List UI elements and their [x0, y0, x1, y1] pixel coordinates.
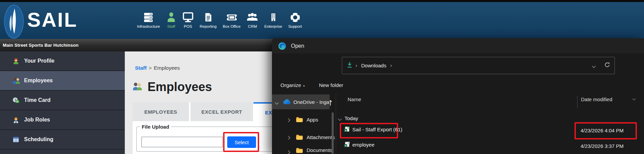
servers-icon [143, 11, 154, 24]
tree-item-label: Apps [307, 117, 318, 123]
organize-button[interactable]: Organize▾ [280, 82, 305, 88]
tab-excel-export[interactable]: EXCEL EXPORT [191, 102, 253, 121]
sail-logo-icon[interactable] [4, 5, 24, 40]
nav-label: Reporting [200, 24, 217, 28]
file-path-input[interactable] [141, 137, 223, 147]
file-date-modified[interactable]: 4/23/2026 4:04 PM [581, 128, 624, 133]
sidebar-item-job-roles[interactable]: Job Roles [0, 110, 125, 130]
nav-label: POS [184, 24, 192, 28]
column-header-date-modified[interactable]: Date modified [581, 96, 612, 102]
breadcrumb-separator: > [149, 65, 152, 71]
file-name: Sail - Staff Export (61) [352, 127, 402, 132]
sidebar-item-time-card[interactable]: Time Card [0, 91, 125, 110]
folder-icon [296, 134, 303, 140]
tree-item-onedrive[interactable]: OneDrive - Inga [272, 94, 330, 109]
open-file-dialog: Open ← → ↑ › Downloads › Organize▾ New f… [272, 38, 644, 154]
tree-item-label: OneDrive - Inga [293, 99, 329, 105]
edge-browser-icon [278, 42, 286, 50]
nav-label: Staff [167, 24, 175, 28]
chevron-collapsed-icon[interactable] [287, 134, 290, 140]
venue-name: Main Street Sports Bar Hutchinson [3, 43, 79, 48]
nav-label: Support [288, 24, 302, 28]
screen: SAIL Infrastructure Staff POS [0, 0, 644, 154]
file-date-modified[interactable]: 4/23/2026 3:37 PM [581, 143, 624, 149]
app-header: SAIL Infrastructure Staff POS [0, 2, 644, 39]
chevron-expanded-icon[interactable] [275, 99, 278, 105]
nav-label: Enterprise [264, 24, 282, 28]
breadcrumb-section-link[interactable]: Staff [135, 65, 147, 71]
excel-file-icon: x [344, 126, 350, 132]
sidebar-item-label: Scheduling [24, 136, 53, 142]
file-row-employee[interactable]: ax employee [344, 141, 374, 148]
refresh-icon[interactable] [604, 62, 610, 69]
caret-down-icon: ▾ [303, 84, 305, 88]
nav-item-box-office[interactable]: Box Office [220, 11, 244, 28]
chevron-collapsed-icon[interactable] [287, 149, 290, 154]
nav-item-pos[interactable]: POS [179, 11, 197, 28]
sidebar-item-your-profile[interactable]: Your Profile [0, 51, 125, 71]
page-title-row: Employees [133, 80, 212, 94]
tree-scrollbar[interactable] [332, 112, 334, 154]
address-location[interactable]: Downloads [361, 63, 386, 68]
building-icon [269, 11, 277, 24]
nav-label: CRM [248, 24, 257, 28]
page-title: Employees [148, 80, 212, 94]
breadcrumb-chevron-icon: › [355, 63, 357, 69]
group-label: Today [345, 115, 358, 121]
address-bar[interactable]: › Downloads › [342, 57, 615, 74]
worker-icon [13, 116, 20, 123]
person-icon [166, 11, 176, 24]
nav-item-crm[interactable]: CRM [243, 11, 261, 28]
nav-item-reporting[interactable]: Reporting [197, 11, 220, 28]
svg-text:x: x [345, 145, 346, 147]
new-folder-button[interactable]: New folder [319, 82, 343, 88]
report-document-icon [204, 11, 213, 24]
tree-item-documents[interactable]: Documents [272, 147, 335, 154]
column-header-name[interactable]: Name [348, 96, 361, 102]
nav-label: Box Office [223, 24, 241, 28]
sidebar-item-employees[interactable]: Employees [0, 71, 125, 91]
file-group-today[interactable]: Today [338, 115, 358, 121]
logo-text[interactable]: SAIL [27, 8, 78, 31]
breadcrumb-current-page: Employees [154, 65, 180, 71]
calendar-icon [13, 136, 20, 143]
time-card-icon [13, 97, 20, 104]
sidebar-item-label: Time Card [24, 97, 51, 103]
select-file-button[interactable]: Select [227, 136, 256, 148]
ticket-icon [226, 11, 237, 24]
tree-item-label: Documents [307, 147, 332, 153]
sidebar: Your Profile Employees Time Card Job Rol… [0, 51, 125, 154]
nav-item-support[interactable]: Support [285, 11, 305, 28]
chevron-expanded-icon [338, 115, 341, 121]
people-group-icon [247, 11, 258, 24]
file-name: employee [352, 142, 374, 148]
dialog-title-bar[interactable]: Open [272, 38, 644, 53]
nav-item-enterprise[interactable]: Enterprise [261, 11, 285, 28]
column-separator[interactable] [577, 95, 578, 108]
dialog-command-bar: Organize▾ New folder [272, 77, 644, 93]
folder-icon [296, 116, 303, 123]
sidebar-item-label: Employees [24, 78, 53, 84]
dialog-title: Open [291, 43, 304, 49]
tab-employees[interactable]: EMPLOYEES [133, 102, 189, 121]
sidebar-item-scheduling[interactable]: Scheduling [0, 130, 125, 150]
downloads-folder-icon [346, 61, 353, 70]
folder-icon [296, 147, 303, 153]
two-people-icon [13, 77, 20, 84]
primary-nav: Infrastructure Staff POS Reporting [134, 11, 305, 28]
nav-label: Infrastructure [137, 24, 160, 28]
chevron-collapsed-icon[interactable] [287, 117, 290, 123]
tree-item-attachments[interactable]: Attachments [272, 130, 335, 145]
monitor-icon [182, 11, 194, 24]
column-options-chevron-icon[interactable] [633, 95, 635, 101]
tree-item-label: Attachments [307, 134, 335, 140]
breadcrumb-chevron-icon: › [390, 63, 392, 69]
nav-item-infrastructure[interactable]: Infrastructure [134, 11, 163, 28]
profile-person-icon [13, 58, 20, 64]
nav-item-staff[interactable]: Staff [163, 11, 179, 28]
file-upload-legend: File Upload [140, 124, 171, 130]
tree-item-apps[interactable]: Apps [272, 112, 335, 127]
file-row-sail-staff-export[interactable]: x Sail - Staff Export (61) [344, 126, 402, 132]
svg-text:x: x [345, 129, 346, 132]
address-dropdown-chevron-icon[interactable] [592, 63, 595, 69]
